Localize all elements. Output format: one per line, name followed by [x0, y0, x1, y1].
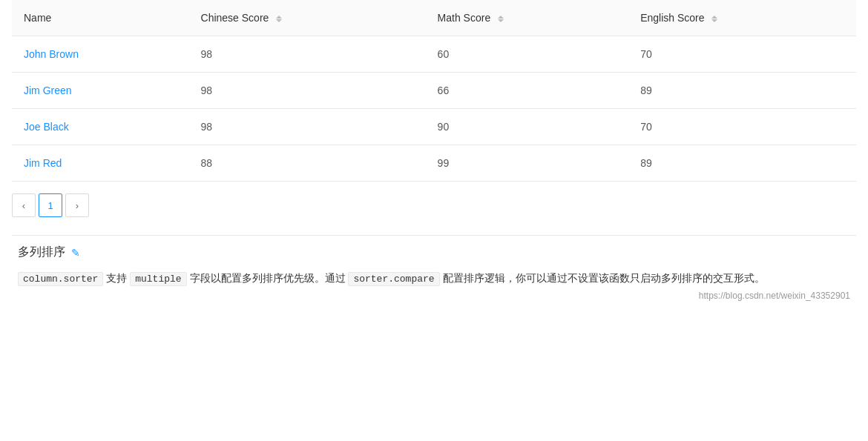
cell-name: Joe Black — [12, 109, 189, 145]
cell-math: 66 — [426, 73, 629, 109]
cell-english: 70 — [628, 36, 856, 73]
math-sorter-icon — [498, 16, 504, 22]
cell-math: 99 — [426, 145, 629, 182]
table-row: Jim Red889989 — [12, 145, 856, 182]
pagination: ‹ 1 › — [12, 182, 856, 229]
name-link[interactable]: John Brown — [24, 48, 79, 60]
cell-chinese: 98 — [189, 73, 426, 109]
col-header-name: Name — [12, 0, 189, 36]
cell-chinese: 98 — [189, 36, 426, 73]
cell-name: Jim Red — [12, 145, 189, 182]
cell-name: John Brown — [12, 36, 189, 73]
edit-icon[interactable]: ✎ — [71, 247, 80, 259]
scores-table: Name Chinese Score Math Score — [12, 0, 856, 182]
table-row: John Brown986070 — [12, 36, 856, 73]
name-link[interactable]: Joe Black — [24, 121, 69, 133]
cell-math: 60 — [426, 36, 629, 73]
cell-math: 90 — [426, 109, 629, 145]
table-row: Joe Black989070 — [12, 109, 856, 145]
current-page-button[interactable]: 1 — [39, 193, 62, 217]
section-title: 多列排序 ✎ — [18, 245, 850, 260]
code-snippet: multiple — [130, 272, 186, 286]
cell-english: 89 — [628, 73, 856, 109]
col-header-math[interactable]: Math Score — [426, 0, 629, 36]
desc-text: 字段以配置多列排序优先级。通过 — [187, 272, 349, 284]
cell-chinese: 98 — [189, 109, 426, 145]
table-row: Jim Green986689 — [12, 73, 856, 109]
footer-url: https://blog.csdn.net/weixin_43352901 — [18, 291, 850, 301]
desc-text: 配置排序逻辑，你可以通过不设置该函数只启动多列排序的交互形式。 — [440, 272, 765, 284]
cell-english: 70 — [628, 109, 856, 145]
prev-page-button[interactable]: ‹ — [12, 193, 36, 217]
description-text: column.sorter 支持 multiple 字段以配置多列排序优先级。通… — [18, 269, 850, 288]
cell-chinese: 88 — [189, 145, 426, 182]
main-container: Name Chinese Score Math Score — [0, 0, 868, 301]
cell-english: 89 — [628, 145, 856, 182]
col-header-chinese[interactable]: Chinese Score — [189, 0, 426, 36]
chinese-sorter-icon — [276, 16, 282, 22]
english-sorter-icon — [711, 16, 717, 22]
bottom-section: 多列排序 ✎ column.sorter 支持 multiple 字段以配置多列… — [12, 245, 856, 301]
code-snippet: column.sorter — [18, 272, 103, 286]
name-link[interactable]: Jim Green — [24, 84, 72, 96]
table-header-row: Name Chinese Score Math Score — [12, 0, 856, 36]
section-divider — [12, 235, 856, 236]
desc-text: 支持 — [103, 272, 130, 284]
name-link[interactable]: Jim Red — [24, 157, 62, 169]
table-body: John Brown986070Jim Green986689Joe Black… — [12, 36, 856, 182]
col-header-english[interactable]: English Score — [628, 0, 856, 36]
cell-name: Jim Green — [12, 73, 189, 109]
code-snippet: sorter.compare — [348, 272, 439, 286]
next-page-button[interactable]: › — [65, 193, 89, 217]
